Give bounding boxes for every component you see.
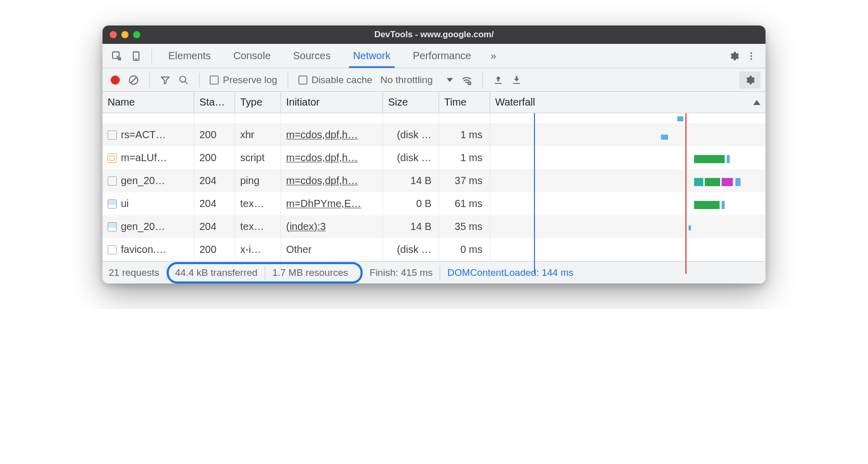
resources-size: 1.7 MB resources (265, 266, 355, 280)
upload-har-icon[interactable] (490, 73, 506, 87)
clear-button[interactable] (125, 72, 142, 88)
request-initiator[interactable]: m=cdos,dpf,h… (286, 175, 358, 187)
col-initiator[interactable]: Initiator (281, 92, 383, 113)
image-icon (108, 222, 117, 231)
table-header-row: Name Sta… Type Initiator Size Time Water… (103, 92, 765, 113)
transferred-size: 44.4 kB transferred (174, 266, 265, 280)
request-type: script (235, 146, 281, 169)
request-type: tex… (235, 192, 281, 215)
device-toggle-icon[interactable] (129, 49, 143, 63)
col-waterfall[interactable]: Waterfall (490, 92, 765, 113)
divider (151, 49, 152, 63)
disable-cache-label: Disable cache (312, 74, 372, 86)
sort-asc-icon (753, 100, 760, 105)
request-initiator[interactable]: m=cdos,dpf,h… (286, 129, 358, 141)
divider (482, 73, 483, 87)
request-initiator[interactable]: (index):3 (286, 221, 326, 233)
inspect-icon[interactable] (110, 49, 124, 63)
col-name[interactable]: Name (103, 92, 194, 113)
requests-count: 21 requests (108, 266, 167, 280)
request-type: ping (235, 169, 281, 192)
tab-performance[interactable]: Performance (402, 44, 483, 68)
request-initiator[interactable]: m=DhPYme,E… (286, 198, 361, 210)
col-time[interactable]: Time (439, 92, 490, 113)
status-bar: 21 requests 44.4 kB transferred 1.7 MB r… (103, 261, 765, 283)
requests-table: Name Sta… Type Initiator Size Time Water… (103, 92, 765, 261)
throttling-select[interactable]: No throttling (377, 72, 456, 88)
request-time: 61 ms (439, 192, 490, 215)
request-name: gen_20… (121, 221, 165, 233)
devtools-window: DevTools - www.google.com/ Elements Cons… (103, 25, 765, 283)
chevron-down-icon (447, 78, 453, 82)
svg-point-5 (750, 58, 752, 60)
table-row[interactable]: ui 204 tex… m=DhPYme,E… 0 B 61 ms (103, 192, 765, 215)
request-name: gen_20… (121, 175, 165, 187)
table-row[interactable]: m=aLUf… 200 script m=cdos,dpf,h… (disk …… (103, 146, 765, 169)
request-size: (disk … (383, 238, 439, 261)
tab-elements[interactable]: Elements (157, 44, 222, 68)
minimize-window-button[interactable] (121, 31, 129, 38)
document-icon (108, 176, 117, 186)
disable-cache-checkbox[interactable]: Disable cache (295, 72, 375, 88)
request-status: 200 (194, 123, 235, 146)
tab-sources[interactable]: Sources (282, 44, 342, 68)
request-size: (disk … (383, 123, 439, 146)
close-window-button[interactable] (110, 31, 117, 38)
request-size: (disk … (383, 146, 439, 169)
request-status: 200 (194, 146, 235, 169)
request-name: ui (121, 198, 129, 210)
filter-icon[interactable] (157, 73, 173, 87)
table-row[interactable]: gen_20… 204 tex… (index):3 14 B 35 ms (103, 215, 765, 238)
throttling-value: No throttling (380, 74, 432, 86)
request-initiator: Other (286, 244, 312, 255)
svg-line-7 (131, 77, 137, 83)
divider (288, 73, 288, 87)
document-icon (108, 245, 117, 254)
image-icon (108, 199, 117, 209)
col-type[interactable]: Type (235, 92, 281, 113)
col-size[interactable]: Size (383, 92, 439, 113)
col-status[interactable]: Sta… (194, 92, 235, 113)
search-icon[interactable] (175, 73, 192, 87)
request-name: favicon.… (121, 244, 166, 255)
main-tabbar: Elements Console Sources Network Perform… (103, 44, 765, 68)
request-initiator[interactable]: m=cdos,dpf,h… (286, 152, 358, 164)
svg-point-8 (180, 76, 186, 82)
svg-point-4 (750, 55, 752, 57)
finish-time: Finish: 415 ms (363, 266, 441, 280)
divider (149, 73, 150, 87)
divider (199, 73, 199, 87)
network-conditions-icon[interactable] (458, 72, 475, 88)
request-type: xhr (235, 123, 281, 146)
table-row[interactable]: rs=ACT… 200 xhr m=cdos,dpf,h… (disk … 1 … (103, 123, 765, 146)
col-waterfall-label: Waterfall (495, 96, 535, 108)
request-status: 200 (194, 238, 235, 261)
document-icon (108, 131, 117, 140)
request-type: tex… (235, 215, 281, 238)
preserve-log-label: Preserve log (223, 74, 277, 86)
download-har-icon[interactable] (508, 73, 525, 87)
request-time: 37 ms (439, 169, 490, 192)
table-row[interactable]: favicon.… 200 x-i… Other (disk … 0 ms (103, 238, 765, 261)
network-settings-button[interactable] (739, 71, 760, 89)
table-row[interactable]: gen_20… 204 ping m=cdos,dpf,h… 14 B 37 m… (103, 169, 765, 192)
record-button[interactable] (108, 73, 123, 87)
window-controls (110, 31, 140, 38)
highlighted-stats: 44.4 kB transferred 1.7 MB resources (167, 262, 363, 283)
svg-point-3 (750, 52, 752, 54)
table-row[interactable] (103, 113, 765, 123)
request-size: 14 B (383, 169, 439, 192)
request-name: m=aLUf… (121, 152, 167, 164)
tab-console[interactable]: Console (222, 44, 282, 68)
request-time: 1 ms (439, 146, 490, 169)
preserve-log-checkbox[interactable]: Preserve log (207, 72, 280, 88)
tab-network[interactable]: Network (342, 44, 401, 68)
settings-gear-icon[interactable] (727, 49, 741, 63)
kebab-menu-icon[interactable] (744, 49, 758, 63)
request-size: 14 B (383, 215, 439, 238)
panel-tabs: Elements Console Sources Network Perform… (157, 44, 504, 68)
window-title: DevTools - www.google.com/ (103, 30, 765, 40)
more-tabs-button[interactable]: » (482, 44, 504, 68)
zoom-window-button[interactable] (133, 31, 140, 38)
request-time: 35 ms (439, 215, 490, 238)
